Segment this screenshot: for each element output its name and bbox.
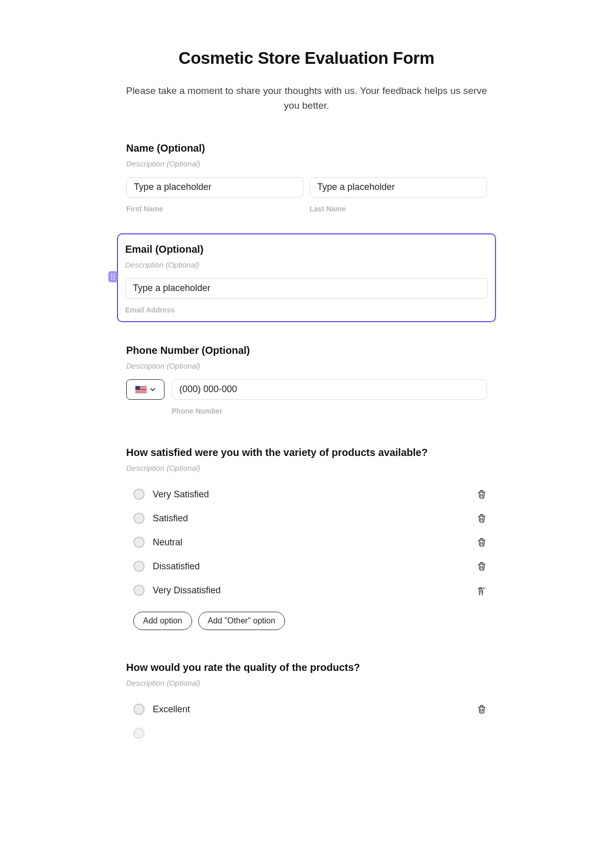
field-label[interactable]: Email (Optional) [125, 244, 488, 255]
radio-icon [133, 704, 145, 715]
add-other-option-button[interactable]: Add "Other" option [198, 612, 285, 630]
field-label[interactable]: Phone Number (Optional) [126, 345, 487, 356]
radio-icon [133, 537, 145, 548]
field-email[interactable]: Email (Optional) Description (Optional) … [117, 233, 496, 322]
radio-icon [133, 513, 145, 524]
svg-point-2 [111, 276, 112, 277]
phone-sublabel[interactable]: Phone Number [172, 407, 223, 415]
field-label[interactable]: Name (Optional) [126, 142, 487, 154]
delete-option-button[interactable] [477, 561, 487, 571]
last-name-sublabel[interactable]: Last Name [310, 205, 487, 213]
field-label[interactable]: How satisfied were you with the variety … [126, 447, 487, 459]
description-placeholder[interactable]: Description (Optional) [126, 159, 487, 168]
option-row[interactable]: Neutral [126, 531, 487, 554]
svg-point-5 [113, 278, 114, 279]
svg-point-3 [113, 276, 114, 277]
field-name[interactable]: Name (Optional) Description (Optional) T… [125, 141, 488, 214]
placeholder-text: Type a placeholder [317, 182, 395, 192]
first-name-sublabel[interactable]: First Name [126, 205, 303, 213]
option-label[interactable]: Very Satisfied [153, 489, 468, 500]
option-row[interactable]: Very Dissatisfied [126, 578, 487, 602]
description-placeholder[interactable]: Description (Optional) [126, 361, 487, 370]
delete-option-button[interactable] [477, 537, 487, 547]
first-name-placeholder-input[interactable]: Type a placeholder [126, 177, 303, 198]
radio-icon [133, 561, 145, 572]
add-option-button[interactable]: Add option [133, 612, 192, 630]
option-label[interactable]: Dissatisfied [153, 561, 468, 572]
us-flag-icon [135, 386, 147, 393]
option-row[interactable]: Dissatisfied [126, 554, 487, 578]
form-builder-canvas: Cosmetic Store Evaluation Form Please ta… [115, 0, 498, 746]
option-row[interactable] [126, 721, 487, 745]
option-label[interactable]: Excellent [153, 704, 468, 715]
placeholder-text: Type a placeholder [133, 283, 210, 294]
field-q1[interactable]: How satisfied were you with the variety … [125, 446, 488, 631]
email-placeholder-input[interactable]: Type a placeholder [125, 278, 488, 299]
options-list: Excellent [126, 697, 487, 745]
radio-icon [133, 728, 145, 739]
option-label[interactable]: Satisfied [153, 513, 468, 524]
description-placeholder[interactable]: Description (Optional) [125, 260, 488, 269]
option-row[interactable]: Excellent [126, 697, 487, 721]
chevron-down-icon [150, 387, 156, 393]
country-code-select[interactable] [126, 379, 164, 400]
delete-option-button[interactable] [477, 489, 487, 499]
svg-point-1 [113, 274, 114, 275]
description-placeholder[interactable]: Description (Optional) [126, 679, 487, 687]
svg-point-0 [111, 274, 112, 275]
drag-handle-icon[interactable] [108, 271, 117, 282]
svg-point-4 [111, 278, 112, 279]
phone-placeholder-input[interactable]: (000) 000-000 [172, 379, 487, 400]
field-phone[interactable]: Phone Number (Optional) Description (Opt… [125, 344, 488, 416]
option-label[interactable]: Very Dissatisfied [153, 585, 468, 596]
options-list: Very Satisfied Satisfied Neutral [126, 483, 487, 602]
field-label[interactable]: How would you rate the quality of the pr… [126, 662, 487, 673]
form-subtitle: Please take a moment to share your thoug… [125, 83, 488, 113]
field-q2[interactable]: How would you rate the quality of the pr… [125, 661, 488, 746]
form-title: Cosmetic Store Evaluation Form [125, 49, 488, 68]
option-row[interactable]: Very Satisfied [126, 483, 487, 507]
option-row[interactable]: Satisfied [126, 507, 487, 531]
placeholder-text: (000) 000-000 [179, 384, 237, 395]
last-name-placeholder-input[interactable]: Type a placeholder [310, 177, 487, 198]
option-label[interactable]: Neutral [153, 537, 468, 548]
placeholder-text: Type a placeholder [134, 182, 211, 192]
description-placeholder[interactable]: Description (Optional) [126, 464, 487, 472]
delete-option-button[interactable] [477, 704, 487, 714]
email-sublabel[interactable]: Email Address [125, 306, 488, 314]
delete-option-button[interactable] [477, 585, 487, 595]
delete-option-button[interactable] [477, 513, 487, 523]
radio-icon [133, 489, 145, 500]
radio-icon [133, 585, 145, 596]
